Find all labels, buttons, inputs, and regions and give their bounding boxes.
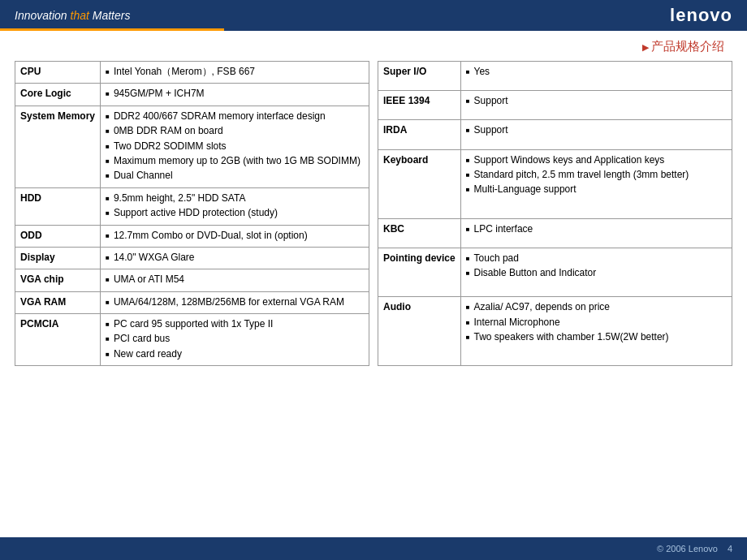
list-item: Support — [466, 123, 727, 137]
list-item: 9.5mm height, 2.5" HDD SATA — [106, 192, 364, 205]
header-tagline: Innovation that Matters — [15, 9, 130, 22]
list-item: DDR2 400/667 SDRAM memory interface desi… — [106, 110, 364, 123]
spec-value: UMA/64/128M, 128MB/256MB for external VG… — [101, 291, 369, 313]
list-item: Support active HDD protection (study) — [106, 206, 364, 220]
list-item: Azalia/ AC97, depends on price — [466, 300, 727, 314]
list-item: Disable Button and Indicator — [466, 266, 727, 280]
spec-value: Azalia/ AC97, depends on priceInternal M… — [460, 297, 732, 366]
footer-bar: © 2006 Lenovo 4 — [0, 537, 747, 560]
spec-label: Keyboard — [378, 149, 461, 218]
spec-value: LPC interface — [460, 218, 732, 248]
list-item: Standard pitch, 2.5 mm travel length (3m… — [466, 168, 727, 182]
list-item: Dual Channel — [106, 169, 364, 183]
list-item: Touch pad — [466, 252, 727, 265]
spec-label: System Memory — [15, 106, 101, 187]
list-item: PCI card bus — [106, 332, 364, 346]
list-item: 12.7mm Combo or DVD-Dual, slot in (optio… — [106, 229, 364, 243]
list-item: Two speakers with chamber 1.5W(2W better… — [466, 330, 727, 344]
spec-value: Touch padDisable Button and Indicator — [460, 248, 732, 297]
list-item: 945GM/PM + ICH7M — [106, 87, 364, 101]
footer-page-number: 4 — [728, 544, 732, 554]
spec-label: VGA chip — [15, 269, 101, 291]
spec-label: KBC — [378, 218, 461, 248]
main-content: CPUIntel Yonah（Merom）, FSB 667Core Logic… — [0, 59, 747, 366]
spec-value: Yes — [460, 62, 732, 91]
spec-label: IRDA — [378, 120, 461, 149]
list-item: UMA or ATI M54 — [106, 273, 364, 286]
spec-value: 12.7mm Combo or DVD-Dual, slot in (optio… — [101, 225, 369, 247]
spec-value: DDR2 400/667 SDRAM memory interface desi… — [101, 106, 369, 187]
list-item: Internal Microphone — [466, 316, 727, 330]
spec-label: PCMCIA — [15, 314, 101, 366]
list-item: PC card 95 supported with 1x Type II — [106, 317, 364, 331]
spec-value: Intel Yonah（Merom）, FSB 667 — [101, 62, 369, 84]
header-highlight: that — [71, 9, 89, 22]
list-item: Support Windows keys and Application key… — [466, 153, 727, 167]
list-item: Two DDR2 SODIMM slots — [106, 140, 364, 153]
spec-value: PC card 95 supported with 1x Type IIPCI … — [101, 314, 369, 366]
spec-label: HDD — [15, 187, 101, 225]
list-item: Intel Yonah（Merom）, FSB 667 — [106, 65, 364, 79]
spec-label: CPU — [15, 62, 101, 84]
left-spec-table: CPUIntel Yonah（Merom）, FSB 667Core Logic… — [15, 61, 369, 366]
spec-value: Support Windows keys and Application key… — [460, 149, 732, 218]
spec-label: ODD — [15, 225, 101, 247]
list-item: 0MB DDR RAM on board — [106, 124, 364, 138]
spec-value: 945GM/PM + ICH7M — [101, 84, 369, 106]
spec-label: Audio — [378, 297, 461, 366]
list-item: Support — [466, 94, 727, 108]
spec-label: Super I/O — [378, 62, 461, 91]
spec-label: Pointing device — [378, 248, 461, 297]
list-item: Maximum memory up to 2GB (with two 1G MB… — [106, 154, 364, 168]
spec-label: Core Logic — [15, 84, 101, 106]
lenovo-logo: lenovo — [670, 5, 732, 26]
list-item: LPC interface — [466, 222, 727, 236]
spec-value: 14.0" WXGA Glare — [101, 247, 369, 269]
spec-label: IEEE 1394 — [378, 91, 461, 120]
spec-label: VGA RAM — [15, 291, 101, 313]
header-bar: Innovation that Matters lenovo — [0, 0, 747, 31]
spec-value: UMA or ATI M54 — [101, 269, 369, 291]
spec-value: Support — [460, 120, 732, 149]
list-item: 14.0" WXGA Glare — [106, 251, 364, 265]
list-item: Multi-Language support — [466, 183, 727, 196]
list-item: UMA/64/128M, 128MB/256MB for external VG… — [106, 295, 364, 309]
page-title: 产品规格介绍 — [0, 31, 747, 59]
right-spec-table: Super I/OYesIEEE 1394SupportIRDASupportK… — [378, 61, 732, 366]
spec-value: Support — [460, 91, 732, 120]
spec-value: 9.5mm height, 2.5" HDD SATASupport activ… — [101, 187, 369, 225]
footer-copyright: © 2006 Lenovo — [657, 544, 718, 554]
spec-label: Display — [15, 247, 101, 269]
list-item: New card ready — [106, 347, 364, 361]
list-item: Yes — [466, 65, 727, 79]
